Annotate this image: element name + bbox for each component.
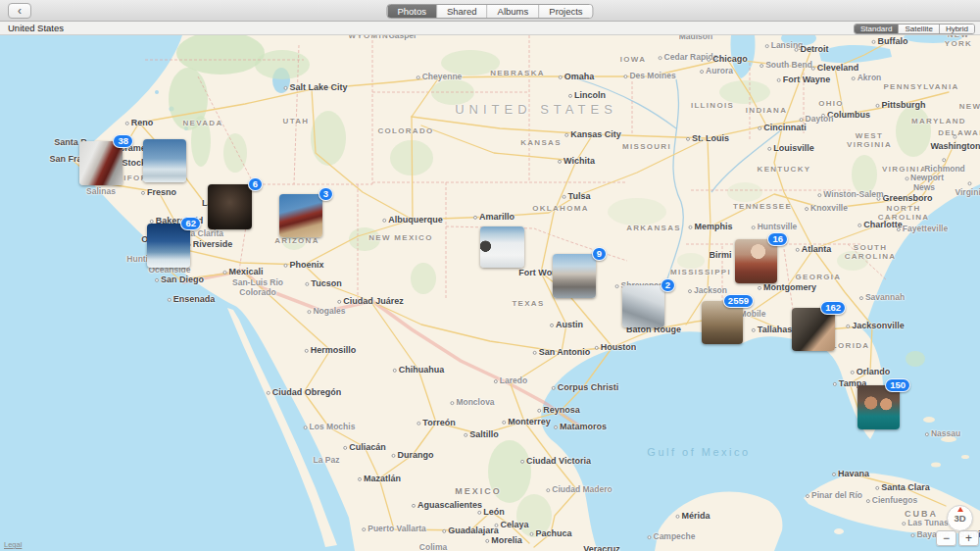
photo-count-badge: 62	[180, 217, 201, 230]
photo-thumbnail	[735, 239, 777, 283]
photo-pin-gray-airplane-wing[interactable]: 2	[622, 285, 664, 327]
view-tabs: PhotosSharedAlbumsProjects	[386, 4, 593, 19]
3d-label: 3D	[954, 513, 965, 524]
rivers	[576, 78, 782, 329]
tab-photos[interactable]: Photos	[387, 5, 437, 18]
photos-app-window: ‹ PhotosSharedAlbumsProjects United Stat…	[0, 0, 980, 551]
location-header: United States StandardSatelliteHybrid	[0, 22, 980, 35]
map-3d-button[interactable]: 3D	[947, 505, 973, 531]
photo-pin-child-at-table[interactable]: 16	[735, 239, 777, 283]
photo-thumbnail	[79, 141, 122, 185]
photo-thumbnail	[622, 285, 664, 327]
photo-pin-living-room-interior[interactable]: 2559	[702, 301, 743, 344]
tab-albums[interactable]: Albums	[488, 5, 540, 18]
photo-pin-red-airplane-wing-over-clouds[interactable]: 38	[79, 141, 122, 185]
photo-count-badge: 16	[767, 232, 788, 246]
photo-thumbnail	[480, 226, 524, 268]
isla-juventud	[834, 528, 844, 534]
photo-count-badge: 38	[113, 134, 133, 148]
photo-pin-deep-blue-sky-over-clouds[interactable]: 62	[147, 224, 190, 268]
map-mode-switcher: StandardSatelliteHybrid	[854, 24, 975, 34]
tab-projects[interactable]: Projects	[539, 5, 592, 18]
small-lake	[155, 90, 159, 94]
photo-pin-two-men-selfie[interactable]: 150	[858, 385, 900, 429]
photo-count-badge: 3	[318, 187, 333, 201]
photo-thumbnail	[143, 139, 186, 182]
photo-thumbnail	[279, 194, 322, 237]
photo-count-badge: 9	[592, 247, 607, 261]
photo-count-badge: 150	[885, 378, 910, 392]
zoom-out-button[interactable]: −	[936, 530, 956, 546]
map-base-art	[0, 35, 980, 551]
photo-pin-airport-tarmac-planes[interactable]: 9	[553, 254, 596, 298]
photo-count-badge: 162	[820, 301, 846, 315]
map-mode-hybrid[interactable]: Hybrid	[940, 25, 974, 33]
photo-count-badge: 2559	[723, 294, 754, 308]
compass-needle-icon	[957, 507, 963, 512]
photo-pin-white-wing-over-clouds[interactable]	[480, 226, 524, 268]
legal-link[interactable]: Legal	[4, 540, 22, 549]
back-button[interactable]: ‹	[8, 3, 31, 19]
map-mode-satellite[interactable]: Satellite	[899, 25, 939, 33]
photo-pin-sky-horizon-over-cloud-deck[interactable]	[143, 139, 186, 182]
photo-pin-dark-interior-photo[interactable]: 6	[208, 184, 252, 229]
map-view[interactable]: UNITED STATESGulf of MexicoMEXICOCUBAWYO…	[0, 35, 980, 551]
photo-thumbnail	[208, 184, 252, 229]
zoom-in-button[interactable]: +	[958, 530, 979, 546]
map-mode-standard[interactable]: Standard	[855, 25, 899, 33]
page-title: United States	[8, 22, 64, 34]
photo-pin-wrist-with-watch[interactable]: 162	[792, 308, 835, 351]
photo-count-badge: 6	[248, 177, 263, 191]
great-lakes	[730, 35, 962, 78]
photo-pin-wing-over-desert[interactable]: 3	[279, 194, 322, 237]
toolbar: ‹ PhotosSharedAlbumsProjects	[0, 0, 980, 22]
photo-thumbnail	[553, 254, 596, 298]
tab-shared[interactable]: Shared	[437, 5, 488, 18]
photo-count-badge: 2	[661, 278, 675, 292]
photo-thumbnail	[147, 224, 190, 268]
zoom-controls: − +	[936, 530, 979, 546]
